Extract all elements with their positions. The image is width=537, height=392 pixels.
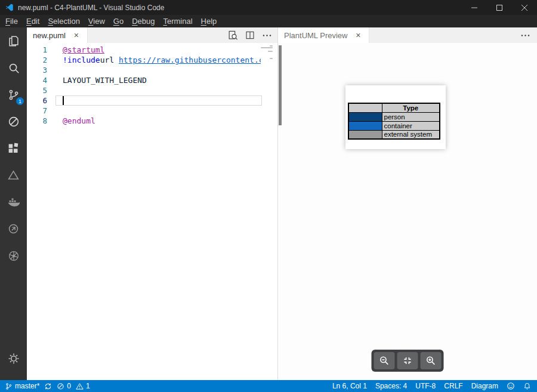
zoom-out-button[interactable] xyxy=(374,352,395,369)
tab-label: new.puml xyxy=(33,31,66,40)
status-eol[interactable]: CRLF xyxy=(444,382,462,390)
legend-header-type: Type xyxy=(382,103,440,112)
more-actions-button[interactable] xyxy=(261,30,273,41)
activity-kubernetes[interactable] xyxy=(0,242,27,269)
code-line[interactable]: 6 xyxy=(27,95,277,106)
menu-file[interactable]: File xyxy=(1,15,22,27)
close-tab-icon[interactable]: × xyxy=(72,30,81,40)
menu-selection[interactable]: Selection xyxy=(44,15,84,27)
status-warnings-label: 1 xyxy=(86,382,90,390)
line-number: 4 xyxy=(27,76,55,85)
explorer-icon xyxy=(7,35,20,48)
split-editor-button[interactable] xyxy=(245,30,255,41)
status-cursor-position-label: Ln 6, Col 1 xyxy=(332,382,367,390)
code-line[interactable]: 2!includeurl https://raw.githubuserconte… xyxy=(27,55,277,65)
status-errors-label: 0 xyxy=(67,382,71,390)
activity-extensions[interactable] xyxy=(0,135,27,162)
code-line[interactable]: 7 xyxy=(27,106,277,116)
tab-plantuml-preview[interactable]: PlantUML Preview × xyxy=(278,27,369,43)
status-notifications[interactable] xyxy=(523,382,531,390)
status-right: Ln 6, Col 1Spaces: 4UTF-8CRLFDiagram xyxy=(332,382,537,390)
activity-settings[interactable] xyxy=(0,345,27,372)
vscode-logo-icon xyxy=(5,3,14,12)
activity-debug[interactable] xyxy=(0,108,27,135)
activity-docker[interactable] xyxy=(0,189,27,215)
legend-label: external system xyxy=(382,130,440,139)
sync-icon xyxy=(44,382,52,390)
editor-actions xyxy=(227,27,277,43)
menu-go[interactable]: Go xyxy=(109,15,128,27)
line-number: 7 xyxy=(27,106,55,115)
status-indentation[interactable]: Spaces: 4 xyxy=(375,382,407,390)
code-line[interactable]: 5 xyxy=(27,85,277,95)
preview-diagram-button[interactable] xyxy=(227,30,239,41)
menu-help[interactable]: Help xyxy=(197,15,221,27)
status-warnings[interactable]: 1 xyxy=(76,382,90,390)
activity-triangle-extension[interactable] xyxy=(0,162,27,189)
status-sync[interactable] xyxy=(44,382,52,390)
status-language-mode[interactable]: Diagram xyxy=(471,382,498,390)
line-number: 3 xyxy=(27,66,55,75)
code-line[interactable]: 1@startuml xyxy=(27,45,277,55)
activity-circle-extension[interactable] xyxy=(0,215,27,242)
menu-view[interactable]: View xyxy=(84,15,109,27)
line-number: 1 xyxy=(27,45,55,54)
titlebar: new.puml - C4-PlantUML - Visual Studio C… xyxy=(0,0,537,15)
diagram-preview-image: Typepersoncontainerexternal system xyxy=(345,85,446,149)
activity-explorer[interactable] xyxy=(0,27,27,54)
legend-color-swatch xyxy=(348,130,382,139)
code-text: LAYOUT_WITH_LEGEND xyxy=(55,76,147,85)
status-cursor-position[interactable]: Ln 6, Col 1 xyxy=(332,382,367,390)
status-errors[interactable]: 0 xyxy=(57,382,71,390)
status-feedback[interactable] xyxy=(507,382,515,390)
editor-group: new.puml × 1@startuml2!includeurl https:… xyxy=(27,27,277,380)
split-editor-icon xyxy=(245,30,255,41)
circle-extension-icon xyxy=(7,223,20,235)
kubernetes-icon xyxy=(7,249,20,263)
activity-source-control[interactable]: 1 xyxy=(0,81,27,108)
code-line[interactable]: 8@enduml xyxy=(27,116,277,126)
minimize-button[interactable] xyxy=(462,0,487,15)
zoom-in-button[interactable] xyxy=(421,352,442,369)
status-left: master*01 xyxy=(0,382,90,390)
vscode-window: new.puml - C4-PlantUML - Visual Studio C… xyxy=(0,0,537,392)
tab-label: PlantUML Preview xyxy=(284,31,347,40)
menu-terminal[interactable]: Terminal xyxy=(159,15,196,27)
line-number: 2 xyxy=(27,55,55,64)
zoom-toolbar xyxy=(372,350,444,372)
code-line[interactable]: 3 xyxy=(27,65,277,75)
legend-label: container xyxy=(382,121,440,130)
preview-tabs: PlantUML Preview × xyxy=(278,27,537,43)
menu-edit[interactable]: Edit xyxy=(22,15,44,27)
code-lines: 1@startuml2!includeurl https://raw.githu… xyxy=(27,43,277,380)
menubar: FileEditSelectionViewGoDebugTerminalHelp xyxy=(0,15,537,27)
preview-scrollbar-thumb[interactable] xyxy=(279,45,282,125)
editor-tabs: new.puml × xyxy=(27,27,277,43)
preview-more-actions-button[interactable] xyxy=(520,27,537,43)
status-bar: master*01 Ln 6, Col 1Spaces: 4UTF-8CRLFD… xyxy=(0,380,537,392)
maximize-button[interactable] xyxy=(487,0,512,15)
status-language-mode-label: Diagram xyxy=(471,382,498,390)
extensions-icon xyxy=(7,142,20,155)
code-line[interactable]: 4LAYOUT_WITH_LEGEND xyxy=(27,75,277,85)
preview-diagram-icon xyxy=(227,30,239,41)
smiley-icon xyxy=(507,382,515,390)
code-text: !includeurl https://raw.githubuserconten… xyxy=(55,55,261,64)
activity-bar: 1 xyxy=(0,27,27,380)
code-editor[interactable]: 1@startuml2!includeurl https://raw.githu… xyxy=(27,43,277,380)
status-git-branch-label: master* xyxy=(15,382,39,390)
code-text: @startuml xyxy=(55,45,104,54)
close-button[interactable] xyxy=(512,0,537,15)
tab-new-puml[interactable]: new.puml × xyxy=(27,27,88,43)
close-tab-icon[interactable]: × xyxy=(353,30,363,40)
preview-group: PlantUML Preview × Typepersoncontainerex… xyxy=(277,27,537,380)
status-encoding[interactable]: UTF-8 xyxy=(415,382,436,390)
zoom-reset-button[interactable] xyxy=(397,352,418,369)
more-actions-icon xyxy=(261,30,273,41)
debug-icon xyxy=(7,115,20,128)
status-git-branch[interactable]: master* xyxy=(5,382,39,390)
menu-debug[interactable]: Debug xyxy=(128,15,159,27)
status-eol-label: CRLF xyxy=(444,382,462,390)
activity-search[interactable] xyxy=(0,54,27,81)
code-text: @enduml xyxy=(55,116,95,125)
